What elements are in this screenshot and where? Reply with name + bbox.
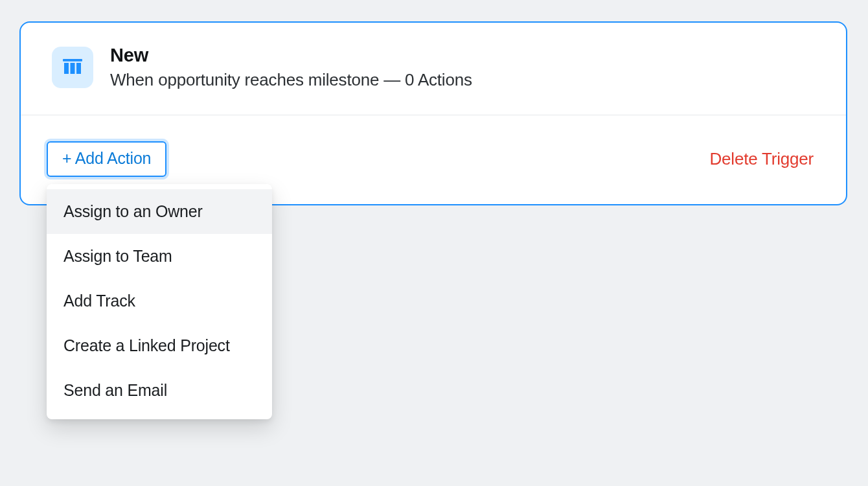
trigger-title: New: [110, 45, 472, 66]
trigger-header-text: New When opportunity reaches milestone —…: [110, 45, 472, 90]
add-action-dropdown: Assign to an Owner Assign to Team Add Tr…: [47, 184, 272, 419]
svg-rect-2: [71, 63, 75, 74]
dropdown-item-assign-owner[interactable]: Assign to an Owner: [47, 189, 272, 234]
trigger-card-header: New When opportunity reaches milestone —…: [21, 23, 846, 115]
dropdown-item-create-linked-project[interactable]: Create a Linked Project: [47, 323, 272, 368]
delete-trigger-link[interactable]: Delete Trigger: [710, 149, 814, 169]
dropdown-item-add-track[interactable]: Add Track: [47, 279, 272, 323]
dropdown-item-assign-team[interactable]: Assign to Team: [47, 234, 272, 279]
add-action-button[interactable]: + Add Action: [47, 141, 166, 177]
svg-rect-3: [76, 63, 81, 74]
trigger-card-footer: + Add Action Assign to an Owner Assign t…: [21, 115, 846, 204]
trigger-card: New When opportunity reaches milestone —…: [19, 21, 847, 205]
trigger-subtitle: When opportunity reaches milestone — 0 A…: [110, 70, 472, 90]
milestone-icon: [52, 47, 93, 88]
svg-rect-1: [64, 63, 69, 74]
add-action-wrap: + Add Action Assign to an Owner Assign t…: [47, 141, 166, 177]
svg-rect-0: [63, 59, 82, 62]
dropdown-item-send-email[interactable]: Send an Email: [47, 368, 272, 413]
